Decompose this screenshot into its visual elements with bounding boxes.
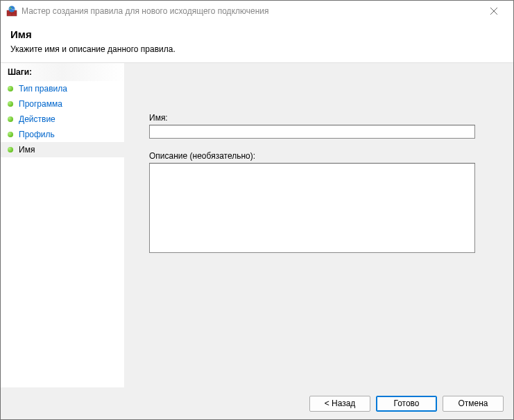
bullet-icon bbox=[8, 147, 13, 152]
step-profile[interactable]: Профиль bbox=[1, 127, 124, 142]
cancel-button[interactable]: Отмена bbox=[443, 396, 504, 412]
bullet-icon bbox=[8, 101, 13, 107]
description-textarea[interactable] bbox=[149, 163, 475, 253]
firewall-icon bbox=[6, 6, 17, 17]
wizard-header: Имя Укажите имя и описание данного прави… bbox=[1, 21, 513, 63]
step-action[interactable]: Действие bbox=[1, 112, 124, 127]
finish-button[interactable]: Готово bbox=[376, 396, 437, 412]
wizard-footer: < Назад Готово Отмена bbox=[1, 387, 513, 419]
step-name[interactable]: Имя bbox=[1, 142, 124, 157]
step-rule-type[interactable]: Тип правила bbox=[1, 81, 124, 96]
window-title: Мастер создания правила для нового исход… bbox=[22, 6, 480, 16]
bullet-icon bbox=[8, 86, 13, 91]
name-group: Имя: bbox=[149, 113, 494, 139]
svg-point-7 bbox=[10, 7, 11, 10]
step-label: Тип правила bbox=[19, 84, 67, 94]
steps-heading: Шаги: bbox=[1, 63, 124, 81]
step-program[interactable]: Программа bbox=[1, 96, 124, 112]
bullet-icon bbox=[8, 132, 13, 137]
page-subtitle: Укажите имя и описание данного правила. bbox=[10, 44, 504, 54]
steps-sidebar: Шаги: Тип правила Программа Действие Про… bbox=[1, 63, 124, 387]
page-title: Имя bbox=[10, 28, 504, 40]
description-label: Описание (необязательно): bbox=[149, 151, 494, 161]
bullet-icon bbox=[8, 116, 13, 122]
form-panel: Имя: Описание (необязательно): bbox=[124, 63, 513, 387]
step-label: Программа bbox=[19, 99, 62, 109]
close-button[interactable] bbox=[480, 1, 508, 21]
titlebar: Мастер создания правила для нового исход… bbox=[1, 1, 513, 21]
step-label: Профиль bbox=[19, 130, 55, 139]
wizard-body: Шаги: Тип правила Программа Действие Про… bbox=[1, 63, 513, 387]
name-input[interactable] bbox=[149, 125, 475, 139]
name-label: Имя: bbox=[149, 113, 494, 123]
back-button[interactable]: < Назад bbox=[309, 396, 370, 412]
step-label: Имя bbox=[19, 145, 35, 155]
step-label: Действие bbox=[19, 114, 55, 124]
description-group: Описание (необязательно): bbox=[149, 151, 494, 255]
